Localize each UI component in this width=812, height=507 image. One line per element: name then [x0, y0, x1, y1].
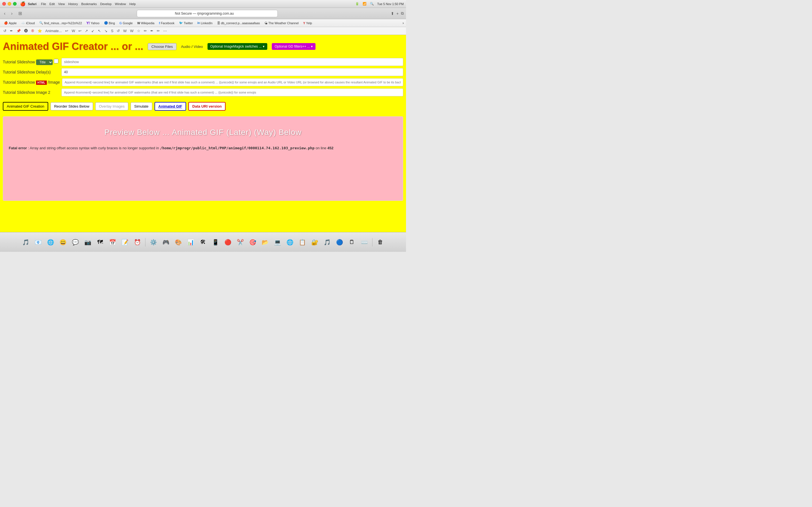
bookmark-find[interactable]: 🔍 find_minus...rep+%22s%22 — [38, 20, 84, 25]
tool-star2[interactable]: ☆ — [136, 28, 142, 34]
tool-3[interactable]: 🅐 — [23, 28, 29, 34]
menu-help[interactable]: Help — [130, 2, 136, 6]
bookmark-twitter[interactable]: 🐦 Twitter — [177, 20, 195, 25]
animated-gif-button[interactable]: Animated GIF — [154, 102, 186, 111]
reorder-slides-button[interactable]: Reorder Slides Below — [50, 102, 93, 110]
dock-terminal[interactable]: 💻 — [272, 237, 283, 248]
dock-app13[interactable]: 🔵 — [334, 237, 345, 248]
image2-input[interactable] — [61, 89, 403, 96]
dock-app4[interactable]: 🛠 — [197, 237, 209, 248]
dock-app6[interactable]: 🔴 — [222, 237, 234, 248]
tool-wiki[interactable]: W — [122, 28, 128, 34]
dock-photos[interactable]: 📷 — [82, 237, 93, 248]
bookmark-facebook[interactable]: f Facebook — [157, 21, 176, 25]
dock-trash[interactable]: 🗑 — [375, 237, 386, 248]
dock-app5[interactable]: 📱 — [210, 237, 221, 248]
dock-maps[interactable]: 🗺 — [94, 237, 106, 248]
dock-app2[interactable]: 🎨 — [172, 237, 184, 248]
simulate-button[interactable]: Simulate — [131, 102, 152, 110]
apple-menu-icon[interactable]: 🍎 — [20, 1, 26, 6]
bookmark-yelp[interactable]: Y Yelp — [301, 21, 313, 25]
bookmark-icloud[interactable]: ☁️ iCloud — [19, 20, 36, 25]
video-button[interactable]: Video — [194, 45, 203, 49]
tool-s2[interactable]: ↺ — [116, 28, 121, 34]
close-button[interactable] — [2, 2, 6, 6]
tool-arrow1[interactable]: ↗ — [84, 28, 89, 34]
tool-arrow2[interactable]: ↙ — [90, 28, 96, 34]
tool-w3[interactable]: ↩ — [77, 28, 83, 34]
bookmark-linkedin[interactable]: in LinkedIn — [196, 21, 214, 25]
dock-app3[interactable]: 📊 — [185, 237, 196, 248]
menu-develop[interactable]: Develop — [100, 2, 111, 6]
bookmarks-more-icon[interactable]: › — [403, 21, 404, 25]
dock-app8[interactable]: 🎯 — [247, 237, 258, 248]
tool-w1[interactable]: ↩ — [64, 28, 69, 34]
menu-file[interactable]: File — [41, 2, 46, 6]
dock-app1[interactable]: 🎮 — [160, 237, 171, 248]
dock-messages[interactable]: 💬 — [70, 237, 81, 248]
dock-settings[interactable]: ⚙️ — [148, 237, 159, 248]
minimize-button[interactable] — [8, 2, 11, 6]
dock-mail[interactable]: 📧 — [33, 237, 44, 248]
dock-app14[interactable]: 🗒 — [346, 237, 357, 248]
tool-s1[interactable]: S — [110, 28, 114, 34]
menu-history[interactable]: History — [68, 2, 78, 6]
maximize-button[interactable] — [13, 2, 17, 6]
menu-edit[interactable]: Edit — [49, 2, 55, 6]
tool-4[interactable]: ® — [30, 28, 35, 34]
search-icon[interactable]: 🔍 — [370, 2, 374, 6]
tool-animate[interactable]: Animate... — [44, 28, 63, 34]
tool-5[interactable]: ⭐ — [36, 28, 43, 34]
dock-app10[interactable]: 📋 — [297, 237, 308, 248]
imagemagick-button[interactable]: Optional ImageMagick switches ... ▾ — [207, 43, 267, 50]
choose-files-button[interactable]: Choose Files — [148, 43, 176, 50]
menu-window[interactable]: Window — [115, 2, 126, 6]
tool-arrow4[interactable]: ↘ — [103, 28, 109, 34]
title-dropdown[interactable]: Title — [36, 59, 53, 65]
bookmark-google[interactable]: G Google — [118, 21, 135, 25]
delay-input[interactable] — [61, 68, 403, 76]
dock-app9[interactable]: 📂 — [259, 237, 271, 248]
dock-app11[interactable]: 🔐 — [309, 237, 320, 248]
bookmark-wikipedia[interactable]: W Wikipedia — [136, 21, 156, 25]
dock-finder[interactable]: 😀 — [57, 237, 68, 248]
color-checkbox[interactable] — [54, 59, 58, 63]
dock-reminders[interactable]: ⏰ — [132, 237, 143, 248]
add-bookmark-icon[interactable]: + — [396, 11, 399, 16]
dock-chrome[interactable]: 🌐 — [284, 237, 296, 248]
dock-app12[interactable]: 🎵 — [321, 237, 333, 248]
tool-arrow3[interactable]: ↖ — [97, 28, 102, 34]
dock-app7[interactable]: ✂️ — [235, 237, 246, 248]
image-input[interactable] — [62, 78, 403, 86]
tool-2[interactable]: 📌 — [15, 28, 22, 34]
bookmark-weather[interactable]: 🌤 The Weather Channel — [263, 21, 300, 25]
tool-pencil[interactable]: ✏ — [143, 28, 148, 34]
app-name[interactable]: Safari — [28, 2, 37, 6]
show-all-tabs-icon[interactable]: ⧉ — [401, 11, 404, 16]
address-input[interactable] — [137, 10, 278, 17]
dock-app15[interactable]: ⌨️ — [359, 237, 370, 248]
bookmark-db[interactable]: 🗄 db_connect.p...aaasaaafaas — [215, 21, 262, 25]
bookmark-bing[interactable]: 🔵 Bing — [102, 20, 117, 25]
tool-w2[interactable]: W — [70, 28, 76, 34]
animated-gif-creation-button[interactable]: Animated GIF Creation — [3, 102, 48, 111]
tool-edit[interactable]: ✏ — [156, 28, 161, 34]
slideshow-title-input[interactable] — [61, 58, 403, 66]
overlay-images-button[interactable]: Overlay Images — [95, 102, 128, 110]
back-button[interactable]: ‹ — [2, 10, 7, 17]
tool-refresh[interactable]: ↺ — [2, 28, 8, 34]
bookmark-yahoo[interactable]: Y! Yahoo — [85, 20, 101, 25]
tool-wiki2[interactable]: W — [129, 28, 135, 34]
forward-button[interactable]: › — [9, 10, 14, 17]
gd-filters-button[interactable]: Optional GD filters++ ... ▾ — [272, 43, 315, 50]
menu-view[interactable]: View — [58, 2, 65, 6]
dock-music[interactable]: 🎵 — [20, 237, 31, 248]
tool-1[interactable]: ✒ — [9, 28, 14, 34]
dock-safari[interactable]: 🌐 — [45, 237, 56, 248]
dock-notes[interactable]: 📝 — [119, 237, 131, 248]
dock-calendar[interactable]: 📅 — [107, 237, 118, 248]
tool-pencil2[interactable]: ✒ — [149, 28, 154, 34]
tool-more[interactable]: ⋯ — [162, 28, 168, 34]
show-tabs-button[interactable]: ⊞ — [17, 10, 24, 17]
audio-button[interactable]: Audio — [181, 45, 190, 49]
